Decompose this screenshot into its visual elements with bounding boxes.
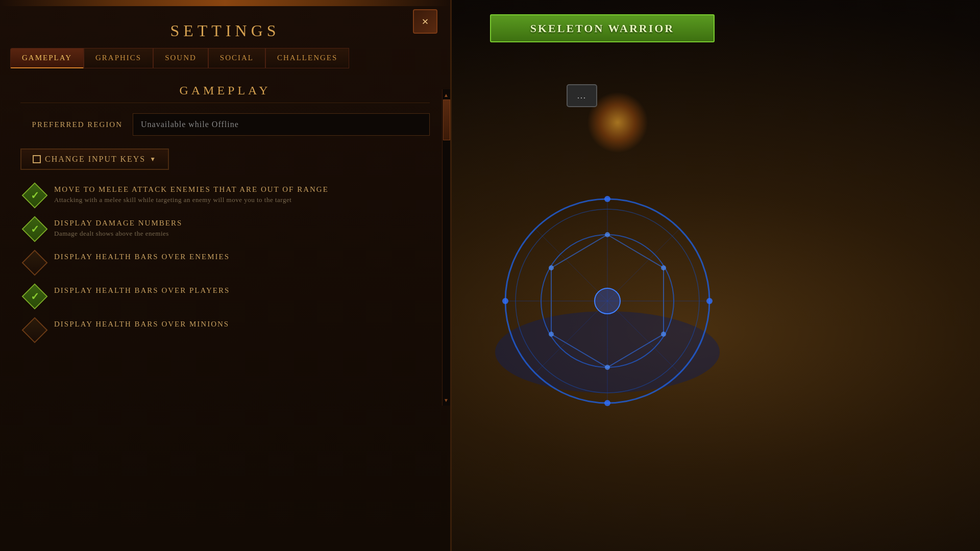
close-icon: ×: [422, 15, 429, 29]
settings-panel: × SETTINGS GAMEPLAY GRAPHICS SOUND SOCIA…: [0, 0, 452, 551]
check-mark-icon: ✓: [31, 223, 39, 235]
svg-point-19: [595, 288, 620, 314]
checkbox-title-damage-numbers: DISPLAY DAMAGE NUMBERS: [54, 219, 430, 228]
checkbox-title-health-bars-minions: DISPLAY HEALTH BARS OVER MINIONS: [54, 320, 430, 329]
close-button[interactable]: ×: [413, 9, 437, 34]
panel-top-decoration: [0, 0, 450, 6]
change-input-keys-button[interactable]: CHANGE INPUT KEYS ▼: [20, 148, 169, 170]
checkbox-text-damage-numbers: DISPLAY DAMAGE NUMBERS Damage dealt show…: [54, 219, 430, 238]
svg-point-12: [502, 298, 508, 304]
checkbox-damage-numbers[interactable]: ✓ DISPLAY DAMAGE NUMBERS Damage dealt sh…: [20, 219, 430, 238]
svg-point-16: [605, 365, 610, 370]
settings-title: SETTINGS: [0, 6, 450, 48]
skeleton-warrior-label: SKELETON WARRIOR: [530, 22, 675, 35]
checkbox-melee-move[interactable]: ✓ MOVE TO MELEE ATTACK ENEMIES THAT ARE …: [20, 185, 430, 205]
svg-point-14: [661, 265, 666, 270]
checkbox-icon-health-bars-enemies[interactable]: [26, 254, 44, 272]
checkbox-text-health-bars-players: DISPLAY HEALTH BARS OVER PLAYERS: [54, 286, 430, 297]
preferred-region-input[interactable]: [133, 113, 430, 136]
checkbox-title-melee-move: MOVE TO MELEE ATTACK ENEMIES THAT ARE OU…: [54, 185, 430, 194]
checkbox-title-health-bars-players: DISPLAY HEALTH BARS OVER PLAYERS: [54, 286, 430, 295]
svg-point-9: [604, 196, 610, 202]
tab-gameplay[interactable]: GAMEPLAY: [10, 48, 84, 68]
svg-point-15: [661, 332, 666, 337]
checkbox-desc-melee-move: Attacking with a melee skill while targe…: [54, 196, 430, 204]
checkbox-health-bars-minions[interactable]: DISPLAY HEALTH BARS OVER MINIONS: [20, 320, 430, 339]
tab-social[interactable]: SOCIAL: [208, 48, 265, 68]
diamond-unchecked: [22, 317, 48, 343]
preferred-region-label: PREFERRED REGION: [20, 120, 122, 129]
svg-point-18: [549, 265, 554, 270]
preferred-region-row: PREFERRED REGION: [20, 113, 430, 136]
keyboard-icon: [33, 155, 41, 163]
tab-sound[interactable]: SOUND: [153, 48, 208, 68]
rune-circle: [485, 179, 730, 423]
svg-point-10: [706, 298, 713, 304]
check-mark-icon: ✓: [31, 290, 39, 303]
checkbox-title-health-bars-enemies: DISPLAY HEALTH BARS OVER ENEMIES: [54, 253, 430, 261]
chat-dots-icon: ...: [577, 91, 586, 101]
checkbox-health-bars-players[interactable]: ✓ DISPLAY HEALTH BARS OVER PLAYERS: [20, 286, 430, 306]
checkbox-text-health-bars-minions: DISPLAY HEALTH BARS OVER MINIONS: [54, 320, 430, 331]
tab-bar: GAMEPLAY GRAPHICS SOUND SOCIAL CHALLENGE…: [0, 48, 450, 68]
checkbox-icon-damage-numbers[interactable]: ✓: [26, 220, 44, 238]
settings-content[interactable]: GAMEPLAY PREFERRED REGION CHANGE INPUT K…: [0, 68, 450, 551]
tab-challenges[interactable]: CHALLENGES: [265, 48, 349, 68]
svg-point-13: [605, 232, 610, 237]
check-mark-icon: ✓: [31, 189, 39, 202]
checkbox-text-melee-move: MOVE TO MELEE ATTACK ENEMIES THAT ARE OU…: [54, 185, 430, 204]
diamond-unchecked: [22, 250, 48, 276]
tab-graphics[interactable]: GRAPHICS: [84, 48, 153, 68]
svg-point-17: [549, 332, 554, 337]
dropdown-arrow-icon: ▼: [150, 156, 157, 163]
skeleton-warrior-bar: SKELETON WARRIOR: [490, 14, 715, 42]
checkbox-desc-damage-numbers: Damage dealt shows above the enemies: [54, 230, 430, 238]
scroll-thumb[interactable]: [443, 99, 450, 140]
content-title: GAMEPLAY: [20, 84, 430, 103]
scroll-track: ▲ ▼: [442, 89, 450, 406]
scroll-arrow-down-icon[interactable]: ▼: [443, 397, 449, 403]
checkbox-health-bars-enemies[interactable]: DISPLAY HEALTH BARS OVER ENEMIES: [20, 253, 430, 272]
checkbox-icon-health-bars-minions[interactable]: [26, 321, 44, 339]
checkbox-text-health-bars-enemies: DISPLAY HEALTH BARS OVER ENEMIES: [54, 253, 430, 263]
scroll-arrow-up-icon[interactable]: ▲: [443, 92, 449, 98]
chat-bubble: ...: [567, 84, 597, 107]
checkbox-icon-health-bars-players[interactable]: ✓: [26, 287, 44, 306]
checkbox-icon-melee-move[interactable]: ✓: [26, 186, 44, 205]
svg-point-11: [604, 400, 610, 406]
